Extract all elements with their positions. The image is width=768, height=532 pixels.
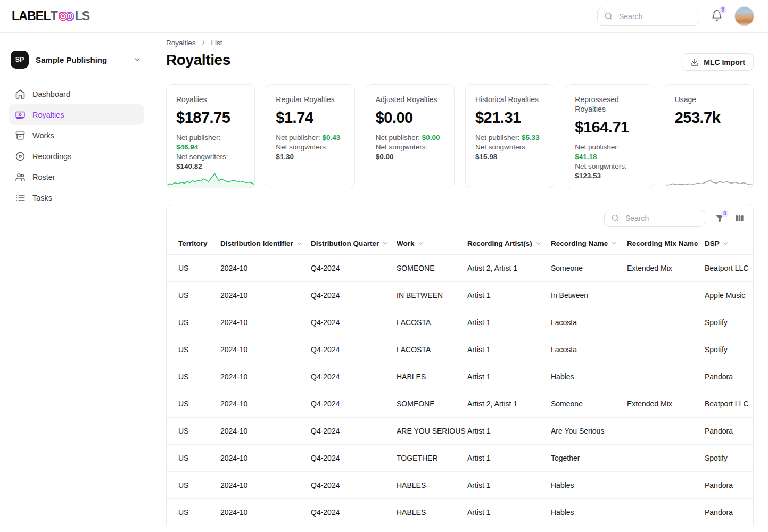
sidebar-item-works[interactable]: Works bbox=[9, 125, 144, 146]
stat-card-adjusted-royalties: Adjusted Royalties$0.00Net publisher: $0… bbox=[366, 84, 455, 188]
stat-card-detail: $1.30 bbox=[276, 152, 344, 162]
table-cell: Hables bbox=[551, 472, 627, 499]
table-cell: SOMEONE bbox=[397, 255, 467, 282]
sidebar-item-label: Roster bbox=[32, 173, 55, 181]
stat-card-value: $164.71 bbox=[575, 119, 643, 136]
home-icon bbox=[15, 89, 26, 99]
chevron-down-icon bbox=[610, 240, 617, 247]
table-cell: Artist 1 bbox=[467, 309, 551, 336]
sidebar-item-label: Works bbox=[32, 131, 54, 140]
stat-card-detail: $123.53 bbox=[575, 171, 643, 181]
org-avatar: SP bbox=[11, 51, 29, 69]
table-cell: 2024-10 bbox=[220, 282, 311, 309]
sidebar-item-roster[interactable]: Roster bbox=[9, 167, 144, 187]
chevron-down-icon bbox=[417, 240, 424, 247]
sidebar-item-recordings[interactable]: Recordings bbox=[9, 146, 144, 167]
user-avatar[interactable] bbox=[734, 6, 754, 26]
table-cell: Q4-2024 bbox=[311, 418, 397, 445]
list-icon bbox=[15, 193, 26, 203]
table-row[interactable]: US2024-10Q4-2024HABLESArtist 1HablesPand… bbox=[167, 499, 753, 526]
table-toolbar: 0 bbox=[167, 204, 753, 232]
table-cell: US bbox=[167, 472, 220, 499]
column-header-label: DSP bbox=[705, 239, 720, 247]
table-cell: Artist 1 bbox=[467, 445, 551, 472]
stat-card-royalties: Royalties$187.75Net publisher:$46.94Net … bbox=[166, 84, 255, 188]
column-header-label: Work bbox=[397, 239, 415, 247]
filter-button[interactable]: 0 bbox=[715, 213, 725, 223]
breadcrumb-item-list: List bbox=[211, 39, 222, 47]
table-cell: US bbox=[167, 363, 220, 390]
sidebar-nav: DashboardRoyaltiesWorksRecordingsRosterT… bbox=[9, 84, 144, 208]
table-row[interactable]: US2024-10Q4-2024IN BETWEENArtist 1In Bet… bbox=[167, 282, 753, 309]
sidebar-item-dashboard[interactable]: Dashboard bbox=[9, 84, 144, 104]
table-cell: Hables bbox=[551, 499, 627, 526]
table-row[interactable]: US2024-10Q4-2024HABLESArtist 1HablesPand… bbox=[167, 363, 753, 390]
column-header-label: Recording Artist(s) bbox=[467, 239, 532, 247]
global-search-input[interactable] bbox=[618, 12, 692, 21]
column-header-label: Recording Name bbox=[551, 239, 608, 247]
stat-card-value: $21.31 bbox=[475, 109, 544, 127]
table-cell: Q4-2024 bbox=[311, 472, 397, 499]
table-row[interactable]: US2024-10Q4-2024ARE YOU SERIOUSArtist 1A… bbox=[167, 418, 753, 445]
table-cell: Someone bbox=[551, 390, 627, 418]
table-cell: Artist 1 bbox=[467, 472, 551, 499]
logo-text-label: LABEL bbox=[12, 9, 51, 23]
table-cell: Are You Serious bbox=[551, 418, 627, 445]
table-cell: Pandora bbox=[705, 499, 753, 526]
column-header-work[interactable]: Work bbox=[397, 232, 467, 255]
table-cell: Artist 1 bbox=[467, 418, 551, 445]
table-row[interactable]: US2024-10Q4-2024SOMEONEArtist 2, Artist … bbox=[167, 390, 753, 418]
table-cell: 2024-10 bbox=[220, 418, 311, 445]
table-cell: Q4-2024 bbox=[311, 336, 397, 363]
filter-count-badge: 0 bbox=[721, 209, 729, 218]
table-cell: SOMEONE bbox=[397, 390, 467, 418]
table-row[interactable]: US2024-10Q4-2024LACOSTAArtist 1LacostaSp… bbox=[167, 336, 753, 363]
table-cell: 2024-10 bbox=[220, 445, 311, 472]
table-cell: Together bbox=[551, 445, 627, 472]
table-cell bbox=[627, 282, 705, 309]
table-cell: Q4-2024 bbox=[311, 282, 397, 309]
stat-card-detail: $41.18 bbox=[575, 152, 643, 162]
chevron-down-icon bbox=[133, 55, 142, 64]
mlc-import-button[interactable]: MLC Import bbox=[682, 53, 754, 71]
stat-card-title: Regular Royalties bbox=[276, 95, 344, 104]
table-cell: Artist 1 bbox=[467, 336, 551, 363]
table-cell: Pandora bbox=[705, 472, 753, 499]
stat-card-detail: Net songwriters: bbox=[276, 143, 344, 152]
column-header-distribution-identifier[interactable]: Distribution Identifier bbox=[220, 232, 311, 255]
breadcrumb: Royalties List bbox=[166, 39, 754, 47]
table-cell bbox=[627, 336, 705, 363]
org-switcher[interactable]: SP Sample Publishing bbox=[9, 51, 144, 69]
royalties-table-card: 0 TerritoryDistribution IdentifierDistri… bbox=[166, 204, 754, 526]
table-cell: US bbox=[167, 390, 220, 418]
table-row[interactable]: US2024-10Q4-2024SOMEONEArtist 2, Artist … bbox=[167, 255, 753, 282]
table-cell bbox=[627, 309, 705, 336]
column-header-distribution-quarter[interactable]: Distribution Quarter bbox=[311, 232, 397, 255]
column-header-label: Distribution Identifier bbox=[220, 239, 293, 247]
table-row[interactable]: US2024-10Q4-2024LACOSTAArtist 1LacostaSp… bbox=[167, 309, 753, 336]
columns-button[interactable] bbox=[734, 213, 745, 223]
table-row[interactable]: US2024-10Q4-2024TOGETHERArtist 1Together… bbox=[167, 445, 753, 472]
chevron-down-icon bbox=[535, 240, 542, 247]
table-cell: IN BETWEEN bbox=[397, 282, 467, 309]
global-search bbox=[597, 7, 699, 26]
sidebar-item-royalties[interactable]: Royalties bbox=[9, 104, 144, 125]
main-content: Royalties List Royalties MLC Import Roya… bbox=[154, 33, 768, 532]
table-cell: US bbox=[167, 255, 220, 282]
table-cell: 2024-10 bbox=[220, 499, 311, 526]
search-icon bbox=[611, 214, 620, 222]
chevron-right-icon bbox=[200, 39, 207, 46]
table-row[interactable]: US2024-10Q4-2024HABLESArtist 1HablesPand… bbox=[167, 472, 753, 499]
notifications-button[interactable]: 3 bbox=[711, 10, 723, 23]
stat-card-detail: Net songwriters: bbox=[376, 143, 444, 152]
table-search-input[interactable] bbox=[624, 213, 698, 223]
banknote-icon bbox=[15, 110, 26, 120]
breadcrumb-item-royalties[interactable]: Royalties bbox=[166, 39, 196, 47]
chevron-down-icon bbox=[296, 240, 303, 247]
sidebar-item-tasks[interactable]: Tasks bbox=[9, 187, 144, 208]
stat-card-detail: Net publisher: $0.43 bbox=[276, 133, 344, 143]
column-header-dsp[interactable]: DSP bbox=[705, 232, 753, 255]
table-cell: Q4-2024 bbox=[311, 309, 397, 336]
column-header-recording-artist-s-[interactable]: Recording Artist(s) bbox=[467, 232, 551, 255]
column-header-recording-name[interactable]: Recording Name bbox=[551, 232, 627, 255]
